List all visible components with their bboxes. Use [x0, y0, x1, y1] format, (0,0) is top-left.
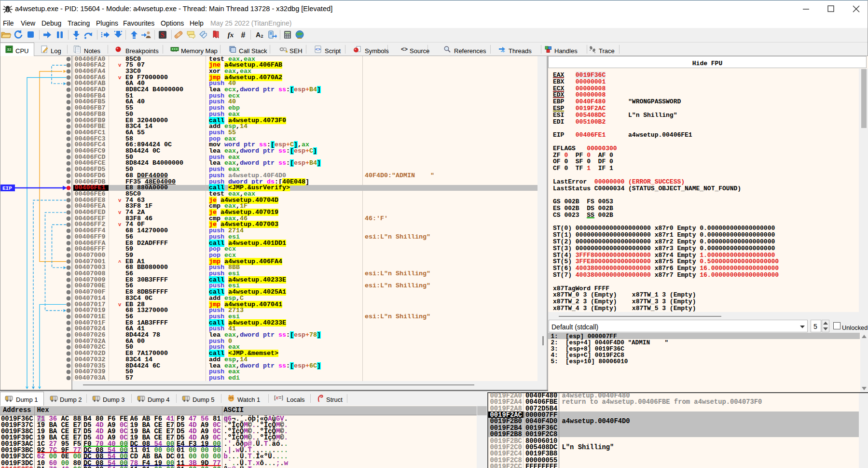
svg-text:EIP: EIP — [2, 185, 12, 191]
svg-text:fx: fx — [228, 31, 234, 39]
svg-text:#: # — [241, 31, 246, 39]
svg-text:A: A — [256, 31, 261, 39]
svg-text:32: 32 — [7, 47, 12, 52]
svg-text:S: S — [161, 31, 165, 39]
svg-text:<>: <> — [316, 47, 321, 52]
svg-text:<>: <> — [401, 46, 408, 53]
svg-text:2: 2 — [261, 34, 263, 39]
